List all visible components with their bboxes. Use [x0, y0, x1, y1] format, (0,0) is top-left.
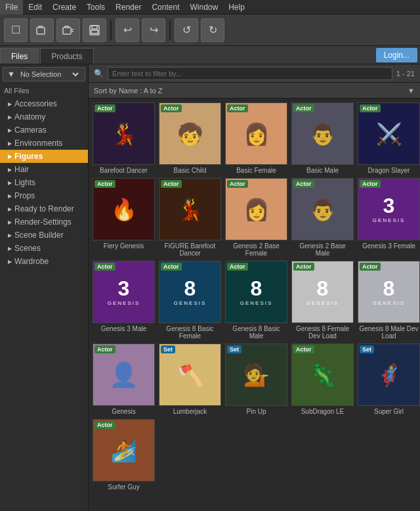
menu-help[interactable]: Help: [223, 0, 250, 14]
item-label: FiGURE Barefoot Dancer: [159, 242, 221, 257]
sidebar-item-props[interactable]: ▶ Props: [0, 189, 88, 202]
toolbar-separator-1: [110, 20, 112, 40]
grid: 💃 Actor Barefoot Dancer 🧒 Actor Basic Ch…: [93, 102, 416, 491]
badge: Actor: [227, 104, 248, 112]
tab-products[interactable]: Products: [40, 48, 93, 64]
sidebar-label-props: Props: [14, 191, 35, 200]
item-label: Barefoot Dancer: [100, 167, 148, 174]
menu-tools[interactable]: Tools: [81, 0, 110, 14]
grid-item[interactable]: 8 GENESIS Actor Genesis 8 Male Dev Load: [358, 261, 420, 340]
grid-item[interactable]: 3 GENESIS Actor Genesis 3 Female: [358, 178, 420, 257]
badge: Actor: [161, 263, 182, 271]
item-label: Genesis: [112, 408, 136, 415]
thumbnail: 8 GENESIS Actor: [358, 261, 420, 323]
redo-button[interactable]: ↻: [201, 18, 224, 42]
item-label: Genesis 8 Female Dev Load: [291, 325, 354, 340]
grid-item[interactable]: 👨 Actor Genesis 2 Base Male: [291, 178, 354, 257]
thumbnail: 💃 Actor: [159, 178, 221, 240]
tab-files[interactable]: Files: [0, 48, 39, 64]
item-label: Dragon Slayer: [368, 167, 410, 174]
sidebar-item-scenes[interactable]: ▶ Scenes: [0, 242, 88, 255]
menubar: File Edit Create Tools Render Content Wi…: [0, 0, 420, 14]
thumbnail: 👩 Actor: [225, 102, 287, 165]
sidebar-item-render-settings[interactable]: ▶ Render-Settings: [0, 215, 88, 229]
thumbnail: 🪓 Set: [159, 344, 221, 406]
sidebar-label-figures: Figures: [14, 152, 43, 161]
grid-item[interactable]: 🦎 Actor SubDragon LE: [291, 344, 354, 415]
thumbnail: 8 GENESIS Actor: [225, 261, 287, 323]
grid-item[interactable]: 8 GENESIS Actor Genesis 8 Basic Male: [225, 261, 287, 340]
sidebar-item-cameras[interactable]: ▶ Cameras: [0, 123, 88, 137]
sidebar-label-lights: Lights: [14, 178, 35, 187]
thumbnail: 8 GENESIS Actor: [159, 261, 221, 323]
menu-create[interactable]: Create: [47, 0, 81, 14]
grid-item[interactable]: 💃 Actor FiGURE Barefoot Dancer: [159, 178, 221, 257]
undo-button[interactable]: ↺: [175, 18, 198, 42]
login-button[interactable]: Login...: [376, 48, 417, 62]
sidebar-label-wardrobe: Wardrobe: [14, 257, 49, 266]
grid-item[interactable]: 🦸 Set Super Girl: [358, 344, 420, 415]
sidebar-label-ready-to-render: Ready to Render: [14, 204, 74, 213]
sidebar-item-accessories[interactable]: ▶ Accessories: [0, 97, 88, 110]
chevron-icon: ▶: [8, 233, 12, 238]
grid-item[interactable]: 🪓 Set Lumberjack: [159, 344, 221, 415]
grid-item[interactable]: 👤 Actor Genesis: [93, 344, 155, 415]
sidebar-item-environments[interactable]: ▶ Environments: [0, 137, 88, 150]
sidebar-item-anatomy[interactable]: ▶ Anatomy: [0, 110, 88, 123]
sidebar-item-lights[interactable]: ▶ Lights: [0, 176, 88, 189]
badge: Actor: [94, 180, 116, 188]
grid-item[interactable]: 8 GENESIS Actor Genesis 8 Basic Female: [159, 261, 221, 340]
item-label: Genesis 8 Basic Male: [225, 325, 287, 340]
badge: Actor: [94, 421, 116, 429]
sidebar-filter[interactable]: ▼ No Selection: [3, 67, 85, 81]
chevron-icon: ▶: [8, 141, 12, 146]
open-button[interactable]: [30, 18, 54, 42]
menu-content[interactable]: Content: [146, 0, 184, 14]
badge: Actor: [293, 263, 314, 271]
thumbnail: 💃 Actor: [93, 102, 155, 165]
item-label: Basic Female: [236, 167, 276, 174]
thumbnail: 💁 Set: [225, 344, 287, 406]
result-count: 1 - 21: [396, 70, 415, 78]
grid-item[interactable]: 💁 Set Pin Up: [225, 344, 287, 415]
grid-item[interactable]: ⚔️ Actor Dragon Slayer: [358, 102, 420, 174]
sidebar-item-figures[interactable]: ▶ Figures: [0, 150, 88, 163]
item-label: SubDragon LE: [301, 408, 345, 415]
sidebar-item-scene-builder[interactable]: ▶ Scene Builder: [0, 229, 88, 242]
menu-window[interactable]: Window: [184, 0, 223, 14]
grid-item[interactable]: 8 GENESIS Actor Genesis 8 Female Dev Loa…: [291, 261, 354, 340]
menu-edit[interactable]: Edit: [23, 0, 47, 14]
badge: Actor: [227, 180, 248, 188]
search-input[interactable]: [108, 67, 392, 80]
open2-button[interactable]: [56, 18, 80, 42]
menu-file[interactable]: File: [0, 0, 23, 14]
item-label: Genesis 2 Base Male: [291, 242, 354, 257]
forward-button[interactable]: ↪: [142, 18, 165, 42]
sidebar-item-wardrobe[interactable]: ▶ Wardrobe: [0, 255, 88, 268]
grid-item[interactable]: 👩 Actor Genesis 2 Base Female: [225, 178, 287, 257]
grid-item[interactable]: 🏄 Actor Surfer Guy: [93, 419, 155, 491]
menu-render[interactable]: Render: [110, 0, 146, 14]
content-header: 🔍 1 - 21: [89, 64, 420, 83]
sidebar-item-hair[interactable]: ▶ Hair: [0, 163, 88, 176]
grid-item[interactable]: 👨 Actor Basic Male: [291, 102, 354, 174]
grid-item[interactable]: 🧒 Actor Basic Child: [159, 102, 221, 174]
new-button[interactable]: ☐: [4, 18, 28, 42]
grid-item[interactable]: 🔥 Actor Fiery Genesis: [93, 178, 155, 257]
sidebar-item-ready-to-render[interactable]: ▶ Ready to Render: [0, 202, 88, 215]
sidebar-label-scenes: Scenes: [14, 244, 41, 253]
save-button[interactable]: [83, 18, 106, 42]
grid-item[interactable]: 💃 Actor Barefoot Dancer: [93, 102, 155, 174]
grid-item[interactable]: 👩 Actor Basic Female: [225, 102, 287, 174]
badge: Actor: [293, 180, 314, 188]
thumbnail: 3 GENESIS Actor: [358, 178, 420, 240]
badge: Actor: [293, 345, 314, 353]
thumbnail: 8 GENESIS Actor: [291, 261, 354, 323]
badge: Set: [227, 345, 242, 353]
grid-item[interactable]: 3 GENESIS Actor Genesis 3 Male: [93, 261, 155, 340]
back-button[interactable]: ↩: [116, 18, 139, 42]
sort-chevron-icon[interactable]: ▼: [408, 87, 415, 95]
filter-select[interactable]: No Selection: [18, 70, 81, 79]
badge: Actor: [360, 104, 381, 112]
thumbnail: 👩 Actor: [225, 178, 287, 240]
